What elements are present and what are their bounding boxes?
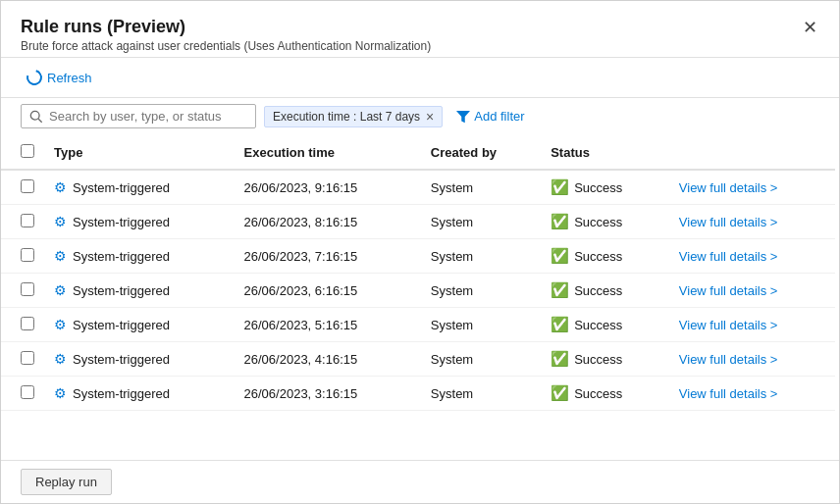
add-filter-button[interactable]: Add filter — [450, 106, 530, 126]
select-all-checkbox[interactable] — [21, 144, 34, 158]
row-actions[interactable]: View full details > — [669, 205, 835, 239]
status-text: Success — [574, 352, 622, 367]
row-type-cell: ⚙ System-triggered — [44, 239, 235, 274]
chip-close-button[interactable]: × — [426, 110, 434, 124]
table-row: ⚙ System-triggered 26/06/2023, 3:16:15 S… — [1, 377, 835, 411]
row-type-cell: ⚙ System-triggered — [44, 205, 235, 239]
search-box[interactable] — [21, 104, 256, 128]
row-type: System-triggered — [73, 318, 170, 332]
row-status: ✅ Success — [541, 170, 669, 205]
svg-marker-2 — [456, 110, 470, 122]
dialog-title: Rule runs (Preview) — [21, 17, 819, 37]
row-checkbox[interactable] — [21, 214, 34, 227]
view-details-link[interactable]: View full details > — [679, 283, 778, 298]
close-button[interactable]: ✕ — [797, 15, 823, 40]
row-checkbox-cell — [1, 342, 44, 377]
row-status: ✅ Success — [541, 342, 669, 377]
row-checkbox[interactable] — [21, 351, 34, 365]
status-text: Success — [574, 318, 622, 332]
view-details-link[interactable]: View full details > — [679, 249, 778, 264]
view-details-link[interactable]: View full details > — [679, 386, 778, 401]
table-row: ⚙ System-triggered 26/06/2023, 4:16:15 S… — [1, 342, 835, 377]
row-type: System-triggered — [73, 352, 170, 367]
rule-runs-dialog: Rule runs (Preview) Brute force attack a… — [0, 0, 840, 504]
row-type: System-triggered — [73, 215, 170, 229]
table-row: ⚙ System-triggered 26/06/2023, 6:16:15 S… — [1, 274, 835, 308]
row-created-by: System — [421, 274, 541, 308]
row-status: ✅ Success — [541, 239, 669, 274]
svg-line-1 — [38, 119, 42, 123]
row-execution-time: 26/06/2023, 6:16:15 — [235, 274, 421, 308]
footer: Replay run — [1, 460, 839, 503]
gear-icon: ⚙ — [54, 214, 67, 229]
refresh-icon — [24, 67, 45, 88]
success-icon: ✅ — [551, 247, 569, 265]
row-created-by: System — [421, 342, 541, 377]
row-status: ✅ Success — [541, 377, 669, 411]
row-created-by: System — [421, 239, 541, 274]
search-icon — [29, 110, 43, 124]
row-execution-time: 26/06/2023, 4:16:15 — [235, 342, 421, 377]
row-execution-time: 26/06/2023, 9:16:15 — [235, 170, 421, 205]
status-text: Success — [574, 386, 622, 401]
row-created-by: System — [421, 308, 541, 342]
refresh-button[interactable]: Refresh — [21, 66, 98, 89]
search-input[interactable] — [49, 109, 247, 124]
col-type: Type — [44, 136, 235, 170]
view-details-link[interactable]: View full details > — [679, 215, 778, 229]
row-checkbox[interactable] — [21, 179, 34, 193]
row-checkbox-cell — [1, 377, 44, 411]
row-checkbox[interactable] — [21, 317, 34, 330]
row-type-cell: ⚙ System-triggered — [44, 170, 235, 205]
table-row: ⚙ System-triggered 26/06/2023, 7:16:15 S… — [1, 239, 835, 274]
table-row: ⚙ System-triggered 26/06/2023, 8:16:15 S… — [1, 205, 835, 239]
dialog-header: Rule runs (Preview) Brute force attack a… — [1, 1, 839, 57]
replay-run-button[interactable]: Replay run — [21, 469, 112, 495]
row-checkbox[interactable] — [21, 248, 34, 262]
refresh-label: Refresh — [47, 71, 92, 85]
dialog-subtitle: Brute force attack against user credenti… — [21, 39, 819, 53]
row-actions[interactable]: View full details > — [669, 308, 835, 342]
col-execution-time: Execution time — [235, 136, 421, 170]
row-checkbox-cell — [1, 239, 44, 274]
success-icon: ✅ — [551, 178, 569, 196]
view-details-link[interactable]: View full details > — [679, 352, 778, 367]
row-type: System-triggered — [73, 249, 170, 264]
filter-icon — [456, 110, 470, 124]
row-checkbox-cell — [1, 170, 44, 205]
row-checkbox-cell — [1, 205, 44, 239]
row-actions[interactable]: View full details > — [669, 274, 835, 308]
table-header-row: Type Execution time Created by Status — [1, 136, 835, 170]
row-actions[interactable]: View full details > — [669, 170, 835, 205]
row-type-cell: ⚙ System-triggered — [44, 342, 235, 377]
gear-icon: ⚙ — [54, 351, 67, 367]
row-execution-time: 26/06/2023, 8:16:15 — [235, 205, 421, 239]
gear-icon: ⚙ — [54, 282, 67, 298]
row-checkbox[interactable] — [21, 385, 34, 399]
table-row: ⚙ System-triggered 26/06/2023, 5:16:15 S… — [1, 308, 835, 342]
view-details-link[interactable]: View full details > — [679, 318, 778, 332]
row-type-cell: ⚙ System-triggered — [44, 308, 235, 342]
row-type: System-triggered — [73, 386, 170, 401]
row-checkbox[interactable] — [21, 282, 34, 296]
row-execution-time: 26/06/2023, 3:16:15 — [235, 377, 421, 411]
row-created-by: System — [421, 377, 541, 411]
col-status: Status — [541, 136, 669, 170]
execution-time-chip: Execution time : Last 7 days × — [264, 106, 443, 127]
gear-icon: ⚙ — [54, 317, 67, 332]
gear-icon: ⚙ — [54, 179, 67, 195]
status-text: Success — [574, 249, 622, 264]
row-type: System-triggered — [73, 180, 170, 195]
row-status: ✅ Success — [541, 308, 669, 342]
col-checkbox — [1, 136, 44, 170]
row-actions[interactable]: View full details > — [669, 377, 835, 411]
chip-label: Execution time : Last 7 days — [273, 110, 420, 124]
row-actions[interactable]: View full details > — [669, 239, 835, 274]
row-actions[interactable]: View full details > — [669, 342, 835, 377]
svg-point-0 — [30, 111, 39, 120]
view-details-link[interactable]: View full details > — [679, 180, 778, 195]
row-type-cell: ⚙ System-triggered — [44, 377, 235, 411]
table-container[interactable]: Type Execution time Created by Status ⚙ … — [1, 136, 835, 460]
table-row: ⚙ System-triggered 26/06/2023, 9:16:15 S… — [1, 170, 835, 205]
runs-table: Type Execution time Created by Status ⚙ … — [1, 136, 835, 411]
